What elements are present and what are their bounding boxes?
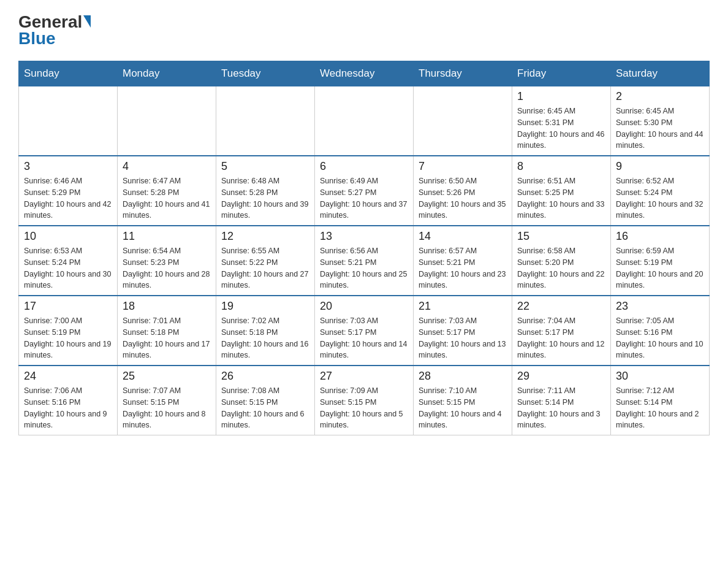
calendar-table: SundayMondayTuesdayWednesdayThursdayFrid… xyxy=(18,61,710,435)
weekday-header-monday: Monday xyxy=(118,61,216,86)
calendar-cell: 14Sunrise: 6:57 AM Sunset: 5:21 PM Dayli… xyxy=(414,226,512,296)
day-sun-info: Sunrise: 7:11 AM Sunset: 5:14 PM Dayligh… xyxy=(517,385,605,431)
day-sun-info: Sunrise: 6:45 AM Sunset: 5:31 PM Dayligh… xyxy=(517,105,605,151)
calendar-cell xyxy=(414,86,512,156)
day-number: 19 xyxy=(221,300,309,313)
calendar-cell: 16Sunrise: 6:59 AM Sunset: 5:19 PM Dayli… xyxy=(611,226,710,296)
day-number: 25 xyxy=(123,370,211,383)
day-sun-info: Sunrise: 7:03 AM Sunset: 5:17 PM Dayligh… xyxy=(419,315,507,361)
day-number: 6 xyxy=(320,160,408,173)
day-sun-info: Sunrise: 6:47 AM Sunset: 5:28 PM Dayligh… xyxy=(123,175,211,221)
calendar-cell: 19Sunrise: 7:02 AM Sunset: 5:18 PM Dayli… xyxy=(216,296,315,366)
day-number: 30 xyxy=(616,370,704,383)
day-sun-info: Sunrise: 7:06 AM Sunset: 5:16 PM Dayligh… xyxy=(24,385,112,431)
calendar-cell: 22Sunrise: 7:04 AM Sunset: 5:17 PM Dayli… xyxy=(512,296,611,366)
day-sun-info: Sunrise: 6:56 AM Sunset: 5:21 PM Dayligh… xyxy=(320,245,408,291)
day-number: 28 xyxy=(419,370,507,383)
calendar-cell: 30Sunrise: 7:12 AM Sunset: 5:14 PM Dayli… xyxy=(611,366,710,435)
day-number: 2 xyxy=(616,90,704,103)
calendar-cell: 5Sunrise: 6:48 AM Sunset: 5:28 PM Daylig… xyxy=(216,156,315,226)
weekday-header-row: SundayMondayTuesdayWednesdayThursdayFrid… xyxy=(19,61,710,86)
calendar-cell: 1Sunrise: 6:45 AM Sunset: 5:31 PM Daylig… xyxy=(512,86,611,156)
calendar-week-row: 24Sunrise: 7:06 AM Sunset: 5:16 PM Dayli… xyxy=(19,366,710,435)
day-sun-info: Sunrise: 6:57 AM Sunset: 5:21 PM Dayligh… xyxy=(419,245,507,291)
calendar-cell: 6Sunrise: 6:49 AM Sunset: 5:27 PM Daylig… xyxy=(315,156,414,226)
day-number: 22 xyxy=(517,300,605,313)
weekday-header-tuesday: Tuesday xyxy=(216,61,315,86)
day-sun-info: Sunrise: 6:46 AM Sunset: 5:29 PM Dayligh… xyxy=(24,175,112,221)
calendar-cell: 7Sunrise: 6:50 AM Sunset: 5:26 PM Daylig… xyxy=(414,156,512,226)
calendar-cell: 27Sunrise: 7:09 AM Sunset: 5:15 PM Dayli… xyxy=(315,366,414,435)
logo-blue-label: Blue xyxy=(18,29,56,48)
calendar-cell: 3Sunrise: 6:46 AM Sunset: 5:29 PM Daylig… xyxy=(19,156,118,226)
day-sun-info: Sunrise: 6:50 AM Sunset: 5:26 PM Dayligh… xyxy=(419,175,507,221)
day-sun-info: Sunrise: 7:10 AM Sunset: 5:15 PM Dayligh… xyxy=(419,385,507,431)
day-sun-info: Sunrise: 6:55 AM Sunset: 5:22 PM Dayligh… xyxy=(221,245,309,291)
day-sun-info: Sunrise: 7:09 AM Sunset: 5:15 PM Dayligh… xyxy=(320,385,408,431)
day-sun-info: Sunrise: 6:53 AM Sunset: 5:24 PM Dayligh… xyxy=(24,245,112,291)
day-number: 15 xyxy=(517,230,605,243)
calendar-cell: 10Sunrise: 6:53 AM Sunset: 5:24 PM Dayli… xyxy=(19,226,118,296)
calendar-cell xyxy=(19,86,118,156)
calendar-cell: 13Sunrise: 6:56 AM Sunset: 5:21 PM Dayli… xyxy=(315,226,414,296)
day-number: 8 xyxy=(517,160,605,173)
day-number: 23 xyxy=(616,300,704,313)
calendar-cell: 24Sunrise: 7:06 AM Sunset: 5:16 PM Dayli… xyxy=(19,366,118,435)
day-number: 20 xyxy=(320,300,408,313)
logo: General Blue xyxy=(18,12,91,48)
calendar-cell: 21Sunrise: 7:03 AM Sunset: 5:17 PM Dayli… xyxy=(414,296,512,366)
day-number: 11 xyxy=(123,230,211,243)
day-sun-info: Sunrise: 7:00 AM Sunset: 5:19 PM Dayligh… xyxy=(24,315,112,361)
weekday-header-sunday: Sunday xyxy=(19,61,118,86)
day-sun-info: Sunrise: 6:48 AM Sunset: 5:28 PM Dayligh… xyxy=(221,175,309,221)
day-number: 24 xyxy=(24,370,112,383)
calendar-cell: 17Sunrise: 7:00 AM Sunset: 5:19 PM Dayli… xyxy=(19,296,118,366)
calendar-cell: 15Sunrise: 6:58 AM Sunset: 5:20 PM Dayli… xyxy=(512,226,611,296)
calendar-week-row: 1Sunrise: 6:45 AM Sunset: 5:31 PM Daylig… xyxy=(19,86,710,156)
day-sun-info: Sunrise: 7:12 AM Sunset: 5:14 PM Dayligh… xyxy=(616,385,704,431)
calendar-cell: 18Sunrise: 7:01 AM Sunset: 5:18 PM Dayli… xyxy=(118,296,216,366)
calendar-cell: 11Sunrise: 6:54 AM Sunset: 5:23 PM Dayli… xyxy=(118,226,216,296)
day-number: 26 xyxy=(221,370,309,383)
day-sun-info: Sunrise: 7:05 AM Sunset: 5:16 PM Dayligh… xyxy=(616,315,704,361)
day-sun-info: Sunrise: 6:51 AM Sunset: 5:25 PM Dayligh… xyxy=(517,175,605,221)
day-number: 27 xyxy=(320,370,408,383)
calendar-cell: 20Sunrise: 7:03 AM Sunset: 5:17 PM Dayli… xyxy=(315,296,414,366)
calendar-cell: 28Sunrise: 7:10 AM Sunset: 5:15 PM Dayli… xyxy=(414,366,512,435)
day-number: 1 xyxy=(517,90,605,103)
day-sun-info: Sunrise: 7:04 AM Sunset: 5:17 PM Dayligh… xyxy=(517,315,605,361)
calendar-week-row: 10Sunrise: 6:53 AM Sunset: 5:24 PM Dayli… xyxy=(19,226,710,296)
day-number: 5 xyxy=(221,160,309,173)
calendar-week-row: 3Sunrise: 6:46 AM Sunset: 5:29 PM Daylig… xyxy=(19,156,710,226)
weekday-header-friday: Friday xyxy=(512,61,611,86)
calendar-cell: 29Sunrise: 7:11 AM Sunset: 5:14 PM Dayli… xyxy=(512,366,611,435)
day-number: 4 xyxy=(123,160,211,173)
calendar-cell: 25Sunrise: 7:07 AM Sunset: 5:15 PM Dayli… xyxy=(118,366,216,435)
calendar-cell xyxy=(216,86,315,156)
day-number: 29 xyxy=(517,370,605,383)
day-number: 9 xyxy=(616,160,704,173)
day-sun-info: Sunrise: 6:58 AM Sunset: 5:20 PM Dayligh… xyxy=(517,245,605,291)
day-number: 3 xyxy=(24,160,112,173)
calendar-cell: 23Sunrise: 7:05 AM Sunset: 5:16 PM Dayli… xyxy=(611,296,710,366)
calendar-cell: 2Sunrise: 6:45 AM Sunset: 5:30 PM Daylig… xyxy=(611,86,710,156)
calendar-cell xyxy=(315,86,414,156)
day-sun-info: Sunrise: 6:52 AM Sunset: 5:24 PM Dayligh… xyxy=(616,175,704,221)
calendar-cell xyxy=(118,86,216,156)
calendar-week-row: 17Sunrise: 7:00 AM Sunset: 5:19 PM Dayli… xyxy=(19,296,710,366)
day-sun-info: Sunrise: 7:03 AM Sunset: 5:17 PM Dayligh… xyxy=(320,315,408,361)
day-sun-info: Sunrise: 6:54 AM Sunset: 5:23 PM Dayligh… xyxy=(123,245,211,291)
day-sun-info: Sunrise: 7:07 AM Sunset: 5:15 PM Dayligh… xyxy=(123,385,211,431)
calendar-cell: 8Sunrise: 6:51 AM Sunset: 5:25 PM Daylig… xyxy=(512,156,611,226)
weekday-header-saturday: Saturday xyxy=(611,61,710,86)
calendar-cell: 26Sunrise: 7:08 AM Sunset: 5:15 PM Dayli… xyxy=(216,366,315,435)
day-sun-info: Sunrise: 7:01 AM Sunset: 5:18 PM Dayligh… xyxy=(123,315,211,361)
day-number: 21 xyxy=(419,300,507,313)
day-number: 18 xyxy=(123,300,211,313)
day-number: 13 xyxy=(320,230,408,243)
calendar-cell: 12Sunrise: 6:55 AM Sunset: 5:22 PM Dayli… xyxy=(216,226,315,296)
day-number: 7 xyxy=(419,160,507,173)
weekday-header-wednesday: Wednesday xyxy=(315,61,414,86)
weekday-header-thursday: Thursday xyxy=(414,61,512,86)
day-number: 12 xyxy=(221,230,309,243)
